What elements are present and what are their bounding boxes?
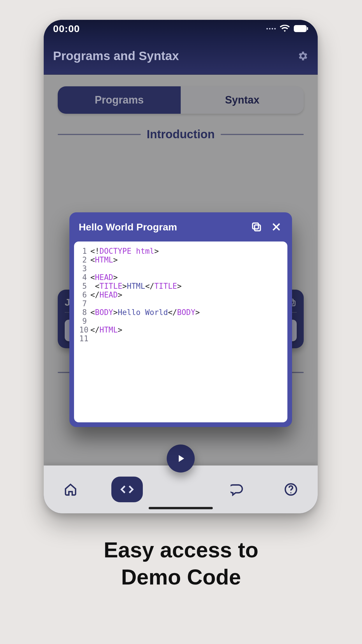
bottom-nav bbox=[44, 466, 318, 513]
copy-icon bbox=[251, 221, 262, 233]
modal-title: Hello World Program bbox=[79, 221, 243, 233]
content-area: Programs Syntax Introduction JavaScript bbox=[44, 75, 318, 513]
play-fab[interactable] bbox=[167, 444, 195, 473]
caption-line-1: Easy access to bbox=[0, 537, 362, 564]
svg-rect-0 bbox=[294, 25, 306, 32]
copy-code-button[interactable] bbox=[250, 220, 263, 233]
code-modal: Hello World Program 1 2 3 4 5 6 7 8 9 10… bbox=[69, 212, 292, 427]
nav-chat[interactable] bbox=[224, 477, 250, 502]
svg-point-7 bbox=[290, 492, 291, 494]
code-panel: 1 2 3 4 5 6 7 8 9 10 11 <!DOCTYPE html> … bbox=[74, 242, 287, 422]
close-modal-button[interactable] bbox=[270, 220, 283, 233]
play-icon bbox=[175, 453, 187, 464]
svg-rect-1 bbox=[307, 27, 308, 30]
status-indicators bbox=[266, 25, 308, 32]
status-time: 00:00 bbox=[53, 23, 80, 34]
svg-rect-8 bbox=[254, 225, 260, 231]
nav-code[interactable] bbox=[111, 477, 143, 502]
app-header: Programs and Syntax bbox=[44, 37, 318, 75]
help-icon bbox=[284, 483, 298, 496]
battery-icon bbox=[294, 25, 308, 32]
marketing-caption: Easy access to Demo Code bbox=[0, 537, 362, 591]
nav-help[interactable] bbox=[278, 477, 304, 502]
cellular-icon bbox=[266, 28, 276, 29]
chat-icon bbox=[231, 483, 244, 496]
code-icon bbox=[120, 483, 134, 496]
home-indicator bbox=[149, 507, 213, 509]
settings-icon[interactable] bbox=[297, 50, 308, 62]
nav-home[interactable] bbox=[58, 477, 83, 502]
page-title: Programs and Syntax bbox=[53, 49, 179, 63]
wifi-icon bbox=[280, 25, 290, 32]
close-icon bbox=[271, 221, 282, 232]
status-bar: 00:00 bbox=[44, 20, 318, 37]
svg-rect-9 bbox=[253, 223, 259, 229]
caption-line-2: Demo Code bbox=[0, 564, 362, 591]
home-icon bbox=[64, 483, 77, 496]
line-gutter: 1 2 3 4 5 6 7 8 9 10 11 bbox=[79, 247, 90, 414]
phone-frame: 00:00 Programs and Syntax Programs Synta… bbox=[44, 20, 318, 513]
code-text: <!DOCTYPE html> <HTML> <HEAD> <TITLE>HTM… bbox=[90, 247, 282, 414]
